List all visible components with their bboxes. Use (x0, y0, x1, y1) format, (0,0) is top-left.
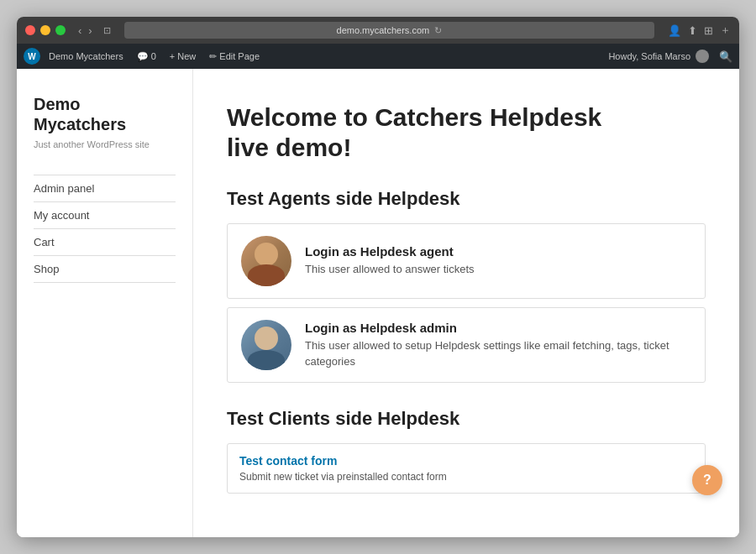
admin-bar-new[interactable]: + New (165, 44, 202, 69)
back-button[interactable]: ‹ (76, 24, 84, 37)
admin-card[interactable]: Login as Helpdesk admin This user allowe… (227, 307, 706, 383)
forward-button[interactable]: › (86, 24, 94, 37)
minimize-button[interactable] (40, 25, 50, 35)
contact-form-title: Test contact form (239, 454, 693, 468)
cart-link[interactable]: Cart (34, 229, 176, 255)
new-tab-icon[interactable]: ⊞ (704, 24, 713, 37)
howdy-text: Howdy, Sofia Marso (608, 51, 690, 61)
agent-card[interactable]: Login as Helpdesk agent This user allowe… (227, 223, 706, 299)
search-icon[interactable]: 🔍 (719, 50, 732, 63)
admin-bar-edit[interactable]: ✏ Edit Page (204, 44, 265, 69)
contact-form-desc: Submit new ticket via preinstalled conta… (239, 471, 693, 483)
site-title: Demo Mycatchers (34, 94, 176, 134)
agent-card-desc: This user allowed to answer tickets (305, 262, 691, 277)
nav-arrows: ‹ › (76, 24, 95, 37)
admin-panel-link[interactable]: Admin panel (34, 175, 176, 201)
wp-logo[interactable]: W (24, 48, 40, 65)
agent-card-list: Login as Helpdesk agent This user allowe… (227, 223, 706, 383)
traffic-lights (25, 25, 66, 35)
comment-icon: 💬 (137, 51, 149, 62)
contact-form-card[interactable]: Test contact form Submit new ticket via … (227, 443, 706, 494)
admin-avatar (241, 320, 291, 370)
agent-avatar (241, 236, 291, 286)
share-icon[interactable]: ⬆ (688, 24, 697, 37)
help-button[interactable]: ? (692, 465, 722, 495)
section2-heading: Test Clients side Helpdesk (227, 408, 706, 430)
my-account-link[interactable]: My account (34, 202, 176, 228)
wp-admin-bar: W Demo Mycatchers 💬 0 + New ✏ Edit Page … (17, 44, 739, 69)
admin-card-desc: This user allowed to setup Helpdesk sett… (305, 338, 691, 368)
shop-link[interactable]: Shop (34, 256, 176, 282)
agent-card-title: Login as Helpdesk agent (305, 244, 691, 259)
window-view-button[interactable]: ⊡ (103, 25, 111, 36)
sidebar-nav: Admin panel My account Cart Shop (34, 175, 176, 283)
browser-window: ‹ › ⊡ demo.mycatchers.com ↻ 👤 ⬆ ⊞ ＋ W De… (17, 17, 739, 537)
admin-card-text: Login as Helpdesk admin This user allowe… (305, 321, 691, 368)
sidebar-item-my-account[interactable]: My account (34, 202, 176, 229)
close-button[interactable] (25, 25, 35, 35)
admin-bar-comments[interactable]: 💬 0 (132, 44, 161, 69)
profile-icon[interactable]: 👤 (668, 24, 681, 37)
sidebar-item-cart[interactable]: Cart (34, 229, 176, 256)
add-tab-icon[interactable]: ＋ (720, 23, 731, 38)
admin-bar-right: Howdy, Sofia Marso (608, 50, 709, 63)
reload-button[interactable]: ↻ (434, 25, 442, 36)
content-wrapper: Welcome to Catchers Helpdesklive demo! T… (193, 69, 739, 537)
url-text: demo.mycatchers.com (337, 25, 430, 35)
admin-card-title: Login as Helpdesk admin (305, 321, 691, 335)
maximize-button[interactable] (55, 25, 66, 35)
main-content: Demo Mycatchers Just another WordPress s… (17, 69, 739, 537)
sidebar-item-admin-panel[interactable]: Admin panel (34, 175, 176, 202)
site-tagline: Just another WordPress site (34, 139, 176, 149)
user-avatar[interactable] (696, 50, 709, 63)
sidebar-item-shop[interactable]: Shop (34, 256, 176, 283)
address-bar[interactable]: demo.mycatchers.com ↻ (124, 22, 654, 39)
toolbar-right: 👤 ⬆ ⊞ ＋ (668, 23, 731, 38)
page-content: Welcome to Catchers Helpdesklive demo! T… (193, 69, 739, 537)
admin-bar-site-name[interactable]: Demo Mycatchers (44, 44, 129, 69)
sidebar: Demo Mycatchers Just another WordPress s… (17, 69, 193, 537)
page-title: Welcome to Catchers Helpdesklive demo! (227, 102, 706, 163)
agent-card-text: Login as Helpdesk agent This user allowe… (305, 244, 691, 277)
section1-heading: Test Agents side Helpdesk (227, 188, 706, 210)
title-bar: ‹ › ⊡ demo.mycatchers.com ↻ 👤 ⬆ ⊞ ＋ (17, 17, 739, 44)
